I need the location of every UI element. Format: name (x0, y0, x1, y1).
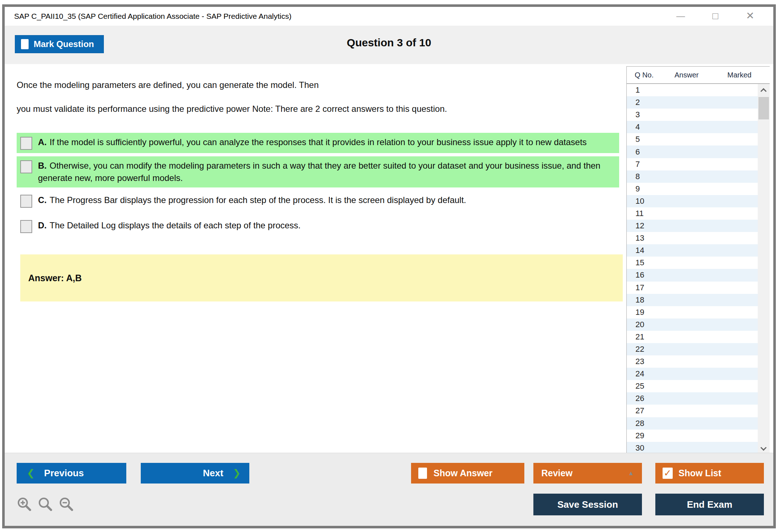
list-item[interactable]: 13 (627, 232, 770, 244)
list-item[interactable]: 8 (627, 170, 770, 183)
list-item[interactable]: 4 (627, 121, 770, 133)
list-item[interactable]: 17 (627, 282, 770, 294)
answer-option[interactable]: C.The Progress Bar displays the progress… (17, 191, 619, 211)
zoom-out-icon[interactable] (59, 497, 75, 512)
question-number: 18 (635, 295, 644, 305)
question-number: 11 (635, 209, 644, 218)
minimize-icon[interactable]: — (674, 10, 687, 22)
list-item[interactable]: 12 (627, 220, 770, 232)
scroll-up-icon[interactable] (761, 88, 767, 94)
end-exam-button[interactable]: End Exam (655, 494, 764, 515)
option-a-text: A.If the model is sufficiently powerful,… (38, 136, 587, 148)
save-session-label: Save Session (557, 499, 618, 510)
list-item[interactable]: 22 (627, 343, 770, 355)
show-list-button[interactable]: ✓ Show List (655, 463, 764, 484)
next-button[interactable]: Next ❯ (141, 463, 249, 484)
scroll-down-icon[interactable] (761, 445, 767, 451)
list-item[interactable]: 1 (627, 84, 770, 96)
list-item[interactable]: 20 (627, 318, 770, 331)
option-b-text: B.Otherwise, you can modify the modeling… (38, 160, 616, 184)
answer-option[interactable]: B.Otherwise, you can modify the modeling… (17, 156, 619, 187)
option-a-checkbox[interactable] (20, 137, 32, 150)
option-d-checkbox[interactable] (20, 220, 32, 233)
question-number: 8 (635, 172, 640, 181)
question-number: 24 (635, 369, 644, 379)
list-item[interactable]: 29 (627, 430, 770, 442)
option-c-text: C.The Progress Bar displays the progress… (38, 194, 466, 206)
list-item[interactable]: 5 (627, 133, 770, 145)
column-marked: Marked (727, 71, 752, 79)
question-list-sidebar: Q No. Answer Marked 12345678910111213141… (626, 66, 770, 453)
list-item[interactable]: 23 (627, 355, 770, 368)
option-b-checkbox[interactable] (20, 160, 32, 173)
question-number: 4 (635, 122, 640, 132)
list-item[interactable]: 11 (627, 207, 770, 220)
question-number: 12 (635, 221, 644, 231)
question-number: 2 (635, 98, 640, 107)
question-number: 19 (635, 308, 644, 317)
question-number: 7 (635, 160, 640, 169)
list-item[interactable]: 10 (627, 195, 770, 207)
title-bar: SAP C_PAII10_35 (SAP Certified Applicati… (5, 7, 773, 26)
question-list-body: 1234567891011121314151617181920212223242… (627, 84, 770, 454)
question-number: 13 (635, 233, 644, 243)
close-icon[interactable]: ✕ (744, 10, 757, 22)
question-number: 17 (635, 283, 644, 292)
list-item[interactable]: 15 (627, 257, 770, 269)
show-answer-checkbox[interactable] (418, 468, 427, 479)
question-number: 1 (635, 85, 640, 95)
question-number: 14 (635, 246, 644, 255)
previous-button[interactable]: ❮ Previous (17, 463, 126, 484)
list-item[interactable]: 27 (627, 405, 770, 417)
question-counter: Question 3 of 10 (5, 37, 773, 49)
question-panel: Once the modeling parameters are defined… (5, 64, 773, 453)
answer-option[interactable]: D.The Detailed Log displays the details … (17, 216, 619, 236)
list-item[interactable]: 18 (627, 294, 770, 306)
exam-header: Mark Question Question 3 of 10 (5, 26, 773, 64)
list-item[interactable]: 25 (627, 380, 770, 392)
show-list-label: Show List (678, 468, 721, 478)
window-title: SAP C_PAII10_35 (SAP Certified Applicati… (14, 12, 292, 21)
list-item[interactable]: 3 (627, 109, 770, 121)
question-number: 5 (635, 135, 640, 144)
list-item[interactable]: 24 (627, 368, 770, 380)
magnifier-icon[interactable] (38, 497, 54, 512)
question-number: 25 (635, 381, 644, 391)
question-number: 27 (635, 406, 644, 415)
option-c-checkbox[interactable] (20, 195, 32, 208)
question-number: 22 (635, 345, 644, 354)
review-label: Review (541, 468, 572, 478)
answer-reveal-box: Answer: A,B (20, 254, 623, 301)
zoom-in-icon[interactable] (17, 497, 33, 512)
show-answer-label: Show Answer (434, 468, 492, 478)
save-session-button[interactable]: Save Session (533, 494, 642, 515)
maximize-icon[interactable]: □ (709, 10, 722, 22)
question-number: 3 (635, 110, 640, 119)
zoom-toolbar (17, 497, 75, 512)
list-item[interactable]: 21 (627, 331, 770, 343)
list-item[interactable]: 26 (627, 392, 770, 405)
question-number: 10 (635, 197, 644, 206)
show-answer-button[interactable]: Show Answer (411, 463, 524, 484)
list-item[interactable]: 30 (627, 442, 770, 454)
list-item[interactable]: 9 (627, 183, 770, 195)
question-number: 20 (635, 320, 644, 329)
list-item[interactable]: 28 (627, 417, 770, 430)
window-controls: — □ ✕ (674, 10, 757, 22)
question-list-scrollbar[interactable] (758, 84, 770, 454)
question-number: 15 (635, 258, 644, 267)
list-item[interactable]: 7 (627, 158, 770, 170)
list-item[interactable]: 14 (627, 244, 770, 257)
answer-option[interactable]: A.If the model is sufficiently powerful,… (17, 133, 619, 153)
list-item[interactable]: 2 (627, 96, 770, 109)
list-item[interactable]: 19 (627, 306, 770, 318)
review-button[interactable]: Review ▲ (533, 463, 642, 484)
question-number: 26 (635, 394, 644, 403)
list-item[interactable]: 6 (627, 145, 770, 158)
scrollbar-thumb[interactable] (758, 97, 769, 119)
chevron-left-icon: ❮ (27, 468, 35, 479)
answer-label: Answer: A,B (28, 273, 82, 283)
list-item[interactable]: 16 (627, 269, 770, 281)
question-number: 9 (635, 184, 640, 194)
show-list-checkbox[interactable]: ✓ (663, 468, 673, 479)
